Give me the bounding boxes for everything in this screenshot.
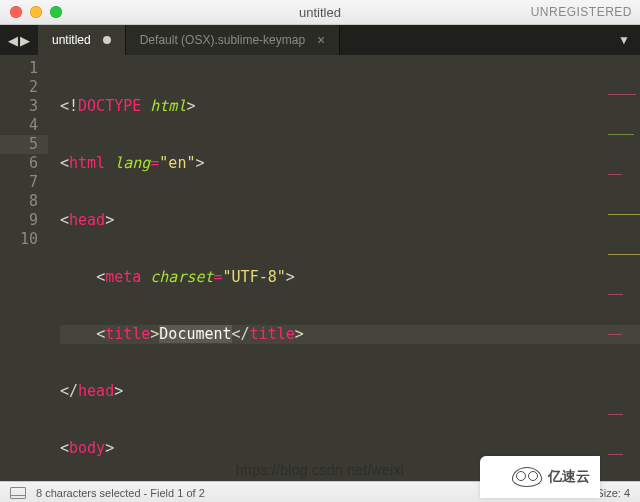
line-number-gutter: 1 2 3 4 5 6 7 8 9 10 xyxy=(0,55,48,481)
line-number: 5 xyxy=(0,135,48,154)
registration-label: UNREGISTERED xyxy=(531,5,640,19)
text-selection: Document xyxy=(159,325,231,343)
code-line: <!DOCTYPE html> xyxy=(60,97,640,116)
line-number: 3 xyxy=(0,97,38,116)
minimap[interactable] xyxy=(600,55,640,481)
line-number: 8 xyxy=(0,192,38,211)
line-number: 9 xyxy=(0,211,38,230)
status-bar: 8 characters selected - Field 1 of 2 Tab… xyxy=(0,481,640,502)
zoom-window-icon[interactable] xyxy=(50,6,62,18)
line-number: 7 xyxy=(0,173,38,192)
editor-area[interactable]: 1 2 3 4 5 6 7 8 9 10 <!DOCTYPE html> <ht… xyxy=(0,55,640,481)
code-line: <head> xyxy=(60,211,640,230)
status-message: 8 characters selected - Field 1 of 2 xyxy=(36,487,205,499)
nav-back-icon[interactable]: ◀ xyxy=(8,33,18,48)
tab-label: untitled xyxy=(52,33,91,47)
tab-keymap[interactable]: Default (OSX).sublime-keymap × xyxy=(126,25,341,55)
line-number: 6 xyxy=(0,154,38,173)
line-number: 1 xyxy=(0,59,38,78)
tab-bar: ◀ ▶ untitled Default (OSX).sublime-keyma… xyxy=(0,25,640,55)
nav-forward-icon[interactable]: ▶ xyxy=(20,33,30,48)
tab-size-indicator[interactable]: Tab Size: 4 xyxy=(576,487,630,499)
line-number: 4 xyxy=(0,116,38,135)
minimize-window-icon[interactable] xyxy=(30,6,42,18)
close-window-icon[interactable] xyxy=(10,6,22,18)
tab-overflow-icon[interactable]: ▼ xyxy=(618,25,640,55)
traffic-lights xyxy=(0,6,62,18)
code-line: <html lang="en"> xyxy=(60,154,640,173)
nav-buttons: ◀ ▶ xyxy=(0,25,38,55)
window-titlebar: untitled UNREGISTERED xyxy=(0,0,640,25)
code-content[interactable]: <!DOCTYPE html> <html lang="en"> <head> … xyxy=(48,55,640,481)
panel-switcher-icon[interactable] xyxy=(10,487,26,499)
code-line: <meta charset="UTF-8"> xyxy=(60,268,640,287)
code-line-active: <title>Document</title> xyxy=(60,325,640,344)
line-number: 2 xyxy=(0,78,38,97)
line-number: 10 xyxy=(0,230,38,249)
code-line: </head> xyxy=(60,382,640,401)
code-line: <body> xyxy=(60,439,640,458)
tab-label: Default (OSX).sublime-keymap xyxy=(140,33,305,47)
tab-untitled[interactable]: untitled xyxy=(38,25,126,55)
close-tab-icon[interactable]: × xyxy=(317,32,325,48)
dirty-indicator-icon xyxy=(103,36,111,44)
